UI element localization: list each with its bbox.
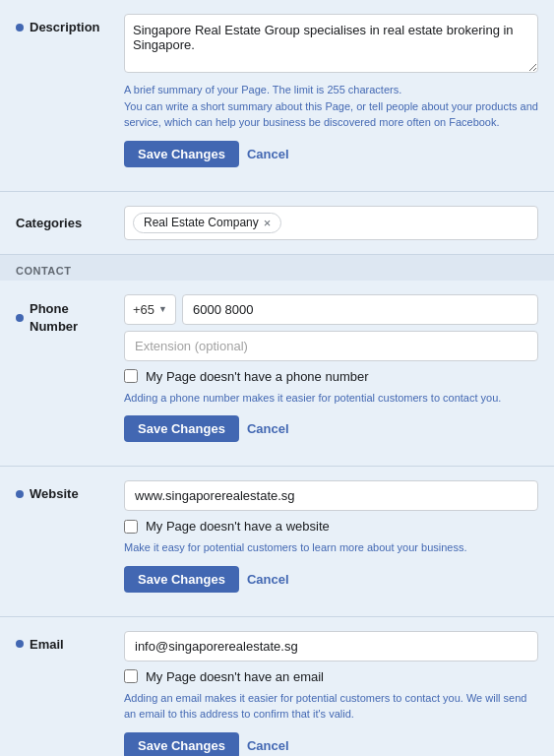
phone-extension-input[interactable] [124, 331, 538, 361]
website-no-website-checkbox[interactable] [124, 520, 138, 534]
website-label: Website [16, 480, 124, 501]
email-content: My Page doesn't have an email Adding an … [124, 631, 538, 757]
phone-cancel-button[interactable]: Cancel [247, 421, 289, 436]
website-actions: Save Changes Cancel [124, 566, 538, 593]
email-no-email-label: My Page doesn't have an email [146, 669, 324, 684]
website-input[interactable] [124, 480, 538, 511]
category-tag: Real Estate Company × [133, 213, 281, 233]
phone-hint: Adding a phone number makes it easier fo… [124, 390, 538, 407]
phone-actions: Save Changes Cancel [124, 415, 538, 442]
bullet-icon [16, 24, 24, 32]
email-cancel-button[interactable]: Cancel [247, 738, 289, 753]
website-content: My Page doesn't have a website Make it e… [124, 480, 538, 593]
phone-number-input[interactable] [182, 294, 538, 325]
phone-no-phone-checkbox[interactable] [124, 369, 138, 383]
phone-save-button[interactable]: Save Changes [124, 415, 239, 442]
description-section: Description Singapore Real Estate Group … [0, 0, 554, 192]
phone-label: PhoneNumber [16, 294, 124, 336]
description-cancel-button[interactable]: Cancel [247, 147, 289, 161]
email-actions: Save Changes Cancel [124, 732, 538, 757]
email-input[interactable] [124, 631, 538, 662]
description-label: Description [16, 14, 124, 34]
bullet-icon [16, 490, 24, 498]
category-tag-label: Real Estate Company [144, 216, 259, 229]
chevron-down-icon: ▼ [158, 304, 167, 314]
categories-section: Categories Real Estate Company × [0, 192, 554, 255]
categories-label: Categories [16, 216, 124, 230]
website-section: Website My Page doesn't have a website M… [0, 467, 554, 617]
email-no-email-checkbox[interactable] [124, 669, 138, 683]
website-no-website-row: My Page doesn't have a website [124, 519, 538, 534]
phone-content: +65 ▼ My Page doesn't have a phone numbe… [124, 294, 538, 443]
bullet-icon [16, 314, 24, 322]
email-section: Email My Page doesn't have an email Addi… [0, 617, 554, 757]
bullet-icon [16, 640, 24, 648]
description-save-button[interactable]: Save Changes [124, 141, 239, 167]
description-actions: Save Changes Cancel [124, 141, 538, 167]
phone-country-selector[interactable]: +65 ▼ [124, 294, 176, 325]
email-no-email-row: My Page doesn't have an email [124, 669, 538, 684]
category-tag-close-icon[interactable]: × [264, 216, 272, 230]
contact-section-header: CONTACT [0, 255, 554, 281]
description-content: Singapore Real Estate Group specialises … [124, 14, 538, 167]
categories-input-box[interactable]: Real Estate Company × [124, 206, 538, 240]
phone-country-code: +65 [133, 302, 154, 317]
phone-input-row: +65 ▼ [124, 294, 538, 325]
website-cancel-button[interactable]: Cancel [247, 572, 289, 587]
phone-section: PhoneNumber +65 ▼ My Page doesn't have a… [0, 281, 554, 468]
website-hint: Make it easy for potential customers to … [124, 539, 538, 556]
email-label: Email [16, 631, 124, 652]
phone-no-phone-label: My Page doesn't have a phone number [146, 369, 369, 384]
description-hint: A brief summary of your Page. The limit … [124, 82, 538, 131]
description-textarea[interactable]: Singapore Real Estate Group specialises … [124, 14, 538, 73]
website-no-website-label: My Page doesn't have a website [146, 519, 330, 534]
phone-no-phone-row: My Page doesn't have a phone number [124, 369, 538, 384]
email-hint: Adding an email makes it easier for pote… [124, 690, 538, 723]
email-save-button[interactable]: Save Changes [124, 732, 239, 757]
website-save-button[interactable]: Save Changes [124, 566, 239, 593]
